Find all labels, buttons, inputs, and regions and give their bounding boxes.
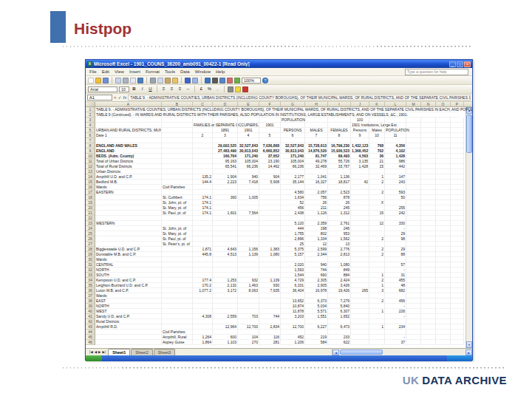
insert-function-icon[interactable]: fx <box>123 95 127 100</box>
cell[interactable] <box>369 267 385 273</box>
cell[interactable]: 13,652 <box>281 299 305 304</box>
cell[interactable] <box>451 180 464 185</box>
cell[interactable]: 12,700 <box>238 324 259 330</box>
cell[interactable]: 16,978 <box>305 288 328 293</box>
cell[interactable] <box>193 149 213 154</box>
cell[interactable]: 6 <box>281 133 305 138</box>
cell[interactable]: 50 <box>385 195 406 200</box>
cell[interactable] <box>406 257 421 262</box>
cell[interactable]: 26 <box>305 200 328 205</box>
cell[interactable] <box>451 216 464 221</box>
cell[interactable] <box>406 133 421 138</box>
cell[interactable] <box>451 231 464 236</box>
cell[interactable] <box>406 190 421 195</box>
cell[interactable] <box>213 319 238 324</box>
comma-button[interactable]: , <box>214 86 221 92</box>
cell[interactable]: 66,236 <box>281 164 305 169</box>
cell[interactable] <box>421 159 436 164</box>
cell[interactable] <box>193 309 213 314</box>
cell[interactable] <box>213 185 238 190</box>
cell[interactable] <box>162 267 193 273</box>
cell[interactable] <box>351 211 369 216</box>
cell[interactable] <box>351 330 369 335</box>
row-number[interactable]: 31 <box>86 262 95 267</box>
cell[interactable] <box>162 319 193 324</box>
cell[interactable] <box>369 257 385 262</box>
cell[interactable]: Wards: <box>95 293 162 299</box>
horizontal-scroll-thumb[interactable] <box>340 349 383 355</box>
cell[interactable] <box>193 304 213 309</box>
cell[interactable] <box>95 138 162 143</box>
cell[interactable] <box>451 149 464 154</box>
cell[interactable] <box>406 304 421 309</box>
cell[interactable] <box>421 299 436 304</box>
cell[interactable] <box>421 221 436 226</box>
cell[interactable] <box>385 257 406 262</box>
cell[interactable]: - <box>385 314 406 319</box>
cell[interactable] <box>385 216 406 221</box>
row-number[interactable]: 40 <box>86 309 95 314</box>
cell[interactable] <box>436 267 451 273</box>
cell[interactable] <box>406 185 421 190</box>
cell[interactable] <box>406 314 421 319</box>
cell[interactable]: 768 <box>369 143 385 149</box>
cell[interactable]: 584 <box>305 340 328 345</box>
cell[interactable]: - <box>385 335 406 340</box>
cell[interactable] <box>193 138 213 143</box>
cell[interactable]: Dunstable M.B. and C.P. <box>95 252 162 257</box>
cell[interactable] <box>406 299 421 304</box>
cell[interactable] <box>162 149 193 154</box>
cell[interactable] <box>436 309 451 314</box>
cell[interactable] <box>369 231 385 236</box>
cell[interactable] <box>436 123 451 128</box>
horizontal-scrollbar[interactable]: ◀ ▶ <box>332 349 472 355</box>
cell[interactable]: 1,904 <box>213 174 238 180</box>
cell[interactable] <box>162 283 193 288</box>
cell[interactable] <box>305 169 328 174</box>
cell[interactable] <box>95 330 162 335</box>
cell[interactable]: ENGLAND <box>95 149 162 154</box>
cell[interactable] <box>213 205 238 211</box>
cell[interactable] <box>406 231 421 236</box>
cell[interactable] <box>193 273 213 278</box>
cell[interactable]: 160,704 <box>213 154 238 159</box>
cell[interactable] <box>451 319 464 324</box>
cell[interactable] <box>351 293 369 299</box>
cell[interactable] <box>369 226 385 231</box>
cell[interactable]: 81,747 <box>305 154 328 159</box>
cell[interactable]: 744 <box>305 267 328 273</box>
cell[interactable]: 10 <box>369 133 385 138</box>
cell[interactable] <box>259 293 281 299</box>
cell[interactable]: 255 <box>385 205 406 211</box>
cell[interactable] <box>193 242 213 247</box>
cell[interactable]: Wards: <box>95 257 162 262</box>
cell[interactable] <box>213 309 238 314</box>
cell[interactable]: 1,206 <box>281 340 305 345</box>
row-number[interactable]: 36 <box>86 288 95 293</box>
cell[interactable] <box>351 190 369 195</box>
cell[interactable] <box>436 143 451 149</box>
cell[interactable] <box>421 231 436 236</box>
cell[interactable]: 37 <box>385 340 406 345</box>
cell[interactable] <box>259 330 281 335</box>
cell[interactable]: Date 1 <box>95 133 162 138</box>
cell[interactable] <box>451 314 464 319</box>
cell[interactable]: 1,593 <box>281 267 305 273</box>
cell[interactable] <box>351 205 369 211</box>
cell[interactable] <box>406 205 421 211</box>
cell[interactable] <box>436 128 451 133</box>
cell[interactable] <box>238 330 259 335</box>
cell[interactable] <box>436 133 451 138</box>
cell[interactable]: URBAN AND RURAL DISTRICTS, MUNICIPAL WAR… <box>95 128 162 133</box>
cell[interactable]: Wards: <box>95 185 162 190</box>
cell[interactable]: 1,041 <box>305 174 328 180</box>
cell[interactable] <box>451 267 464 273</box>
cell[interactable] <box>406 128 421 133</box>
cell[interactable] <box>421 226 436 231</box>
cell[interactable] <box>238 200 259 205</box>
cell[interactable]: 1 <box>369 174 385 180</box>
cell[interactable]: 1,428 <box>385 154 406 159</box>
row-number[interactable]: 46 <box>86 340 95 345</box>
cell[interactable] <box>328 319 351 324</box>
cell[interactable] <box>162 293 193 299</box>
